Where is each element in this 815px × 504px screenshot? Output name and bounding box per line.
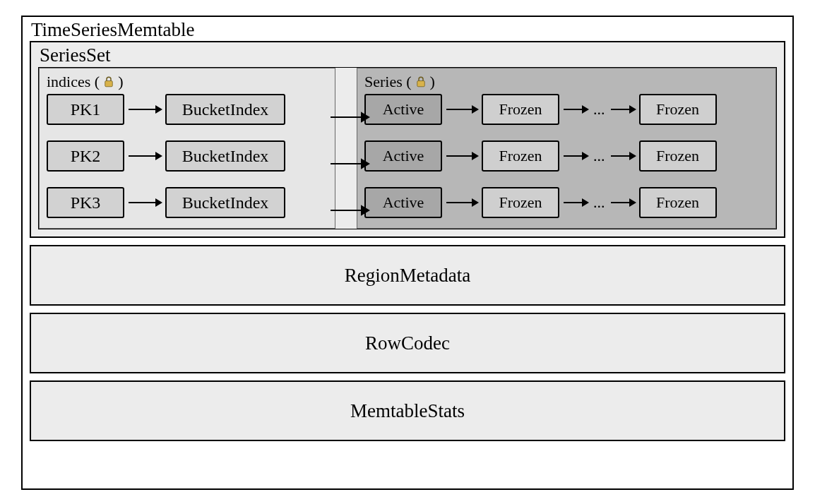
svg-marker-23 xyxy=(582,198,589,207)
series-panel-title: Series ( ) xyxy=(364,73,768,91)
active-box: Active xyxy=(364,94,442,125)
series-rows: Active Frozen ... xyxy=(364,94,768,218)
pk-box: PK3 xyxy=(47,187,124,218)
svg-rect-7 xyxy=(417,80,424,86)
active-box: Active xyxy=(364,187,442,218)
arrow-icon xyxy=(607,196,639,210)
ellipsis: ... xyxy=(592,147,607,165)
timeseries-memtable-container: TimeSeriesMemtable SeriesSet indices ( xyxy=(21,16,794,490)
arrow-icon xyxy=(124,149,165,163)
series-row: Active Frozen ... xyxy=(364,94,768,125)
arrow-icon xyxy=(607,102,639,116)
svg-marker-17 xyxy=(582,152,589,160)
series-set-body: indices ( ) PK1 xyxy=(38,67,777,229)
svg-marker-25 xyxy=(629,198,636,207)
indices-panel-title: indices ( ) xyxy=(47,73,328,91)
lock-icon xyxy=(415,76,427,88)
frozen-box: Frozen xyxy=(639,187,717,218)
series-row: Active Frozen ... xyxy=(364,187,768,218)
arrow-icon xyxy=(124,102,165,116)
svg-marker-13 xyxy=(629,105,636,114)
arrow-icon xyxy=(559,102,592,116)
arrow-icon xyxy=(124,196,165,210)
ellipsis: ... xyxy=(592,193,607,212)
lock-icon xyxy=(102,76,115,88)
diagram-canvas: TimeSeriesMemtable SeriesSet indices ( xyxy=(0,0,815,504)
bucket-index-box: BucketIndex xyxy=(165,140,285,172)
arrow-icon xyxy=(559,149,592,163)
svg-marker-21 xyxy=(472,198,479,207)
svg-rect-0 xyxy=(105,80,113,86)
svg-marker-4 xyxy=(155,152,162,160)
arrow-icon xyxy=(607,149,639,163)
frozen-box: Frozen xyxy=(639,94,717,125)
pk-box: PK2 xyxy=(47,140,124,172)
indices-title-suffix: ) xyxy=(118,73,123,91)
region-metadata-block: RegionMetadata xyxy=(30,245,785,306)
svg-marker-6 xyxy=(155,198,162,207)
memtable-stats-block: MemtableStats xyxy=(30,380,785,441)
svg-marker-19 xyxy=(629,152,636,160)
bucket-index-box: BucketIndex xyxy=(165,94,285,125)
indices-rows: PK1 BucketIndex PK2 Bucke xyxy=(47,94,328,218)
svg-marker-2 xyxy=(155,105,162,114)
series-panel: Series ( ) Active xyxy=(357,68,776,229)
indices-panel: indices ( ) PK1 xyxy=(39,68,335,229)
indices-row: PK2 BucketIndex xyxy=(47,140,328,172)
series-set-container: SeriesSet indices ( ) xyxy=(30,41,785,238)
bucket-index-box: BucketIndex xyxy=(165,187,285,218)
svg-marker-9 xyxy=(472,105,479,114)
container-title: TimeSeriesMemtable xyxy=(30,17,785,41)
series-title-prefix: Series ( xyxy=(364,73,412,91)
frozen-box: Frozen xyxy=(482,94,559,125)
frozen-box: Frozen xyxy=(482,140,559,172)
svg-marker-15 xyxy=(472,152,479,160)
frozen-box: Frozen xyxy=(482,187,559,218)
series-row: Active Frozen ... xyxy=(364,140,768,172)
indices-title-prefix: indices ( xyxy=(47,73,100,91)
series-set-title: SeriesSet xyxy=(38,42,777,66)
arrow-icon xyxy=(559,196,592,210)
indices-row: PK1 BucketIndex xyxy=(47,94,328,125)
indices-row: PK3 BucketIndex xyxy=(47,187,328,218)
active-box: Active xyxy=(364,140,442,172)
pk-box: PK1 xyxy=(47,94,124,125)
arrow-icon xyxy=(442,196,482,210)
frozen-box: Frozen xyxy=(639,140,717,172)
svg-marker-11 xyxy=(582,105,589,114)
arrow-icon xyxy=(442,102,482,116)
series-title-suffix: ) xyxy=(430,73,435,91)
arrow-icon xyxy=(442,149,482,163)
row-codec-block: RowCodec xyxy=(30,313,785,373)
ellipsis: ... xyxy=(592,100,607,119)
